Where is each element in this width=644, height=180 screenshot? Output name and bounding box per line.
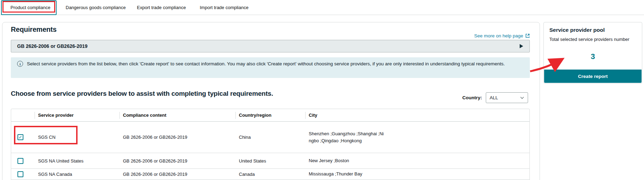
pool-subtitle: Total selected service providers number [549, 37, 629, 42]
cell-city: New Jersey ;Boston [309, 157, 384, 164]
country-select-value: ALL [490, 95, 498, 100]
cell-city: Shenzhen ;Guangzhou ;Shanghai ;Ningbo ;Q… [309, 130, 384, 144]
expand-triangle-icon [520, 44, 523, 48]
requirements-card: Requirements See more on help page GB 26… [2, 22, 540, 180]
info-banner-text: Select service providers from the list b… [27, 60, 508, 67]
table-row: ✓ SGS NA United States GB 2626-2006 or G… [11, 153, 529, 169]
section-heading: Choose from service providers below to a… [11, 90, 273, 98]
cell-content: GB 2626-2006 or GB2626-2019 [119, 169, 235, 179]
cell-provider: SGS CN [35, 122, 119, 153]
cell-country: United States [235, 153, 305, 168]
header-service-provider: Service provider [35, 109, 119, 121]
tab-label: Dangerous goods compliance [66, 5, 126, 10]
compliance-tab-bar: Product compliance Dangerous goods compl… [0, 0, 644, 15]
country-select[interactable]: ALL [486, 92, 528, 103]
table-row: ✓ SGS NA Canada GB 2626-2006 or GB2626-2… [11, 169, 529, 180]
info-icon: i [17, 61, 23, 67]
header-country-region: Country/region [235, 109, 305, 121]
create-report-button[interactable]: Create report [544, 70, 642, 83]
pool-title: Service provider pool [549, 27, 605, 33]
cell-city: Mississauga ;Thunder Bay [309, 171, 384, 178]
selected-count: 3 [544, 52, 642, 61]
tab-export-trade-compliance[interactable]: Export trade compliance [137, 0, 186, 15]
row-checkbox-checked[interactable]: ✓ [17, 134, 23, 140]
table-header-row: Service provider Compliance content Coun… [11, 109, 529, 122]
create-report-label: Create report [578, 74, 608, 79]
chevron-down-icon [520, 96, 524, 99]
cell-country: China [235, 122, 305, 153]
help-page-link[interactable]: See more on help page [474, 33, 530, 38]
table-row: ✓ SGS CN GB 2626-2006 or GB2626-2019 Chi… [11, 122, 529, 153]
tab-product-compliance[interactable]: Product compliance [10, 0, 50, 15]
cell-content: GB 2626-2006 or GB2626-2019 [119, 153, 235, 168]
requirement-expander[interactable]: GB 2626-2006 or GB2626-2019 [11, 40, 530, 52]
header-city: City [305, 109, 529, 121]
service-provider-pool-panel: Service provider pool Total selected ser… [543, 22, 642, 84]
country-filter-label: Country: [462, 95, 482, 100]
page-title: Requirements [11, 26, 57, 34]
tab-label: Export trade compliance [137, 5, 186, 10]
cell-content: GB 2626-2006 or GB2626-2019 [119, 122, 235, 153]
tab-dangerous-goods-compliance[interactable]: Dangerous goods compliance [66, 0, 126, 15]
info-banner: i Select service providers from the list… [11, 57, 530, 78]
help-link-label: See more on help page [474, 33, 523, 38]
header-checkbox-column [11, 109, 35, 121]
tab-label: Product compliance [10, 5, 50, 10]
tab-import-trade-compliance[interactable]: Import trade compliance [200, 0, 248, 15]
service-provider-table: Service provider Compliance content Coun… [11, 109, 530, 180]
cell-provider: SGS NA United States [35, 153, 119, 168]
country-filter: Country: ALL [462, 92, 528, 103]
cell-country: Canada [235, 169, 305, 179]
check-icon: ✓ [19, 135, 22, 139]
row-checkbox[interactable]: ✓ [17, 171, 23, 177]
requirement-expander-label: GB 2626-2006 or GB2626-2019 [17, 43, 88, 49]
header-compliance-content: Compliance content [119, 109, 235, 121]
tab-label: Import trade compliance [200, 5, 248, 10]
row-checkbox[interactable]: ✓ [17, 158, 23, 164]
external-link-icon [525, 34, 530, 38]
cell-provider: SGS NA Canada [35, 169, 119, 179]
